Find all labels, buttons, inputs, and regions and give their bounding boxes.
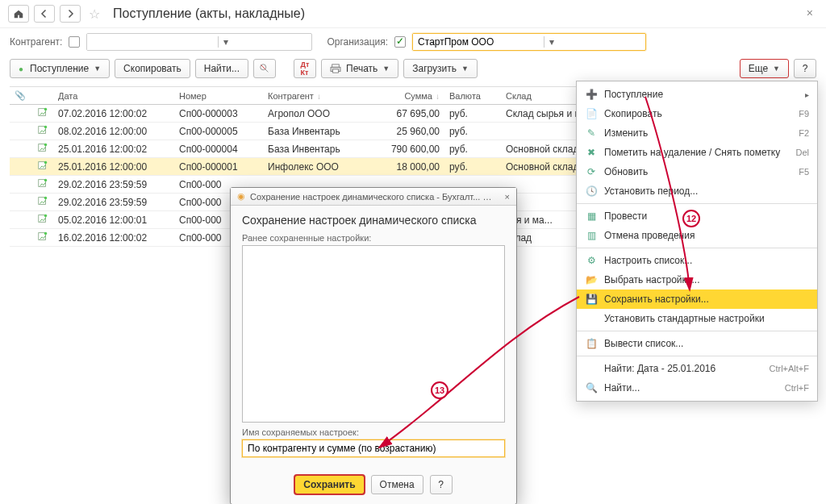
svg-rect-1 bbox=[332, 65, 340, 67]
settings-name-input[interactable] bbox=[242, 439, 505, 457]
find-button[interactable]: Найти... bbox=[195, 59, 248, 78]
menu-item[interactable]: 🕓Установить период... bbox=[577, 181, 817, 201]
save-button[interactable]: Сохранить bbox=[294, 475, 364, 494]
save-settings-dialog: ◉ Сохранение настроек динамического спис… bbox=[230, 187, 517, 504]
menu-item[interactable]: Установить стандартные настройки bbox=[577, 309, 817, 328]
cell-contractor: База Инвентарь bbox=[263, 126, 368, 137]
back-button[interactable] bbox=[34, 5, 55, 23]
menu-item-label: Установить период... bbox=[604, 185, 698, 197]
menu-item[interactable]: 📄СкопироватьF9 bbox=[577, 104, 817, 123]
cell-date: 29.02.2016 23:59:59 bbox=[53, 179, 174, 190]
menu-item-label: Выбрать настройки... bbox=[604, 274, 699, 285]
svg-point-17 bbox=[44, 215, 48, 218]
chevron-down-icon: ▼ bbox=[382, 65, 390, 73]
copy-icon: 📄 bbox=[585, 107, 598, 120]
refresh-icon: ⟳ bbox=[585, 165, 598, 178]
menu-item[interactable]: ⟳ОбновитьF5 bbox=[577, 162, 817, 181]
post-icon: ▦ bbox=[585, 210, 598, 223]
cell-contractor: Агропол ООО bbox=[263, 108, 368, 119]
menu-item-label: Провести bbox=[604, 210, 647, 222]
organization-dropdown-icon[interactable]: ▾ bbox=[544, 36, 558, 48]
menu-item-label: Найти... bbox=[604, 382, 640, 394]
cell-number: Сп00-000005 bbox=[174, 126, 263, 137]
home-button[interactable] bbox=[8, 5, 29, 23]
receipt-button[interactable]: Поступление ▼ bbox=[10, 59, 110, 78]
menu-item-label: Пометить на удаление / Снять пометку bbox=[604, 147, 780, 158]
hotkey: F5 bbox=[799, 167, 809, 177]
cell-date: 05.02.2016 12:00:01 bbox=[53, 215, 174, 226]
menu-item[interactable]: 📋Вывести список... bbox=[577, 334, 817, 353]
menu-item[interactable]: Найти: Дата - 25.01.2016Ctrl+Alt+F bbox=[577, 359, 817, 378]
saved-settings-list[interactable] bbox=[242, 245, 505, 423]
document-icon bbox=[37, 213, 48, 224]
copy-button[interactable]: Скопировать bbox=[115, 59, 190, 78]
hotkey: Ctrl+F bbox=[785, 383, 809, 393]
contractor-combo[interactable]: ▾ bbox=[86, 33, 312, 51]
cancel-button[interactable]: Отмена bbox=[371, 475, 423, 494]
app-icon: ◉ bbox=[237, 191, 245, 202]
menu-item[interactable]: ▦Провести bbox=[577, 206, 817, 226]
menu-item[interactable]: ⚙Настроить список... bbox=[577, 251, 817, 270]
menu-item-label: Сохранить настройки... bbox=[604, 294, 709, 305]
svg-point-19 bbox=[44, 232, 48, 235]
favorite-icon[interactable]: ☆ bbox=[89, 6, 100, 22]
contractor-input[interactable] bbox=[87, 34, 218, 50]
organization-input[interactable] bbox=[413, 34, 544, 50]
menu-item[interactable]: ✖Пометить на удаление / Снять пометкуDel bbox=[577, 143, 817, 162]
contractor-dropdown-icon[interactable]: ▾ bbox=[218, 36, 232, 48]
cell-sum: 67 695,00 bbox=[368, 108, 444, 119]
receipt-label: Поступление bbox=[30, 63, 89, 74]
print-button[interactable]: Печать ▼ bbox=[321, 59, 398, 78]
menu-item[interactable]: ▥Отмена проведения bbox=[577, 226, 817, 245]
svg-point-5 bbox=[44, 108, 48, 111]
save-icon: 💾 bbox=[585, 293, 598, 306]
period-icon: 🕓 bbox=[585, 185, 598, 198]
help-button[interactable]: ? bbox=[794, 59, 816, 78]
col-number[interactable]: Номер bbox=[174, 91, 263, 101]
svg-point-9 bbox=[44, 144, 48, 147]
forward-button[interactable] bbox=[60, 5, 81, 23]
organization-checkbox[interactable] bbox=[394, 36, 406, 48]
menu-item[interactable]: 💾Сохранить настройки... bbox=[577, 289, 817, 309]
cell-date: 29.02.2016 23:59:59 bbox=[53, 197, 174, 208]
dialog-close-button[interactable]: × bbox=[505, 192, 510, 202]
col-date[interactable]: Дата bbox=[53, 91, 174, 101]
clear-filter-button[interactable] bbox=[253, 59, 276, 78]
more-menu: ➕Поступление📄СкопироватьF9✎ИзменитьF2✖По… bbox=[576, 81, 818, 402]
organization-combo[interactable]: ▾ bbox=[412, 33, 646, 51]
menu-item-label: Изменить bbox=[604, 127, 648, 139]
unpost-icon: ▥ bbox=[585, 229, 598, 242]
contractor-label: Контрагент: bbox=[10, 36, 62, 48]
document-icon bbox=[37, 142, 48, 153]
cell-number: Сп00-000003 bbox=[174, 108, 263, 119]
attachment-icon: 📎 bbox=[15, 90, 26, 100]
hotkey: Del bbox=[795, 148, 809, 157]
close-button[interactable]: × bbox=[807, 6, 813, 19]
plus-icon: ➕ bbox=[585, 88, 598, 101]
contractor-checkbox[interactable] bbox=[69, 36, 80, 48]
menu-item-label: Скопировать bbox=[604, 108, 662, 119]
edit-icon: ✎ bbox=[585, 127, 598, 140]
chevron-down-icon: ▼ bbox=[773, 65, 780, 73]
chevron-down-icon: ▼ bbox=[461, 65, 469, 73]
col-sum[interactable]: Сумма↓ bbox=[368, 91, 444, 101]
saved-settings-label: Ранее сохраненные настройки: bbox=[242, 233, 505, 243]
blank-icon bbox=[585, 362, 598, 375]
menu-item[interactable]: 📂Выбрать настройки... bbox=[577, 270, 817, 289]
dialog-help-button[interactable]: ? bbox=[430, 475, 453, 494]
document-icon bbox=[37, 106, 48, 118]
more-button[interactable]: Еще ▼ bbox=[740, 59, 789, 78]
menu-item[interactable]: ➕Поступление bbox=[577, 85, 817, 104]
menu-item[interactable]: ✎ИзменитьF2 bbox=[577, 123, 817, 143]
menu-item[interactable]: 🔍Найти...Ctrl+F bbox=[577, 378, 817, 398]
organization-label: Организация: bbox=[327, 36, 388, 48]
document-icon bbox=[37, 231, 48, 242]
cell-number: Сп00-000004 bbox=[174, 144, 263, 155]
load-button[interactable]: Загрузить ▼ bbox=[403, 59, 478, 78]
col-contractor[interactable]: Контрагент↓ bbox=[263, 91, 368, 101]
col-currency[interactable]: Валюта bbox=[444, 91, 501, 101]
menu-item-label: Найти: Дата - 25.01.2016 bbox=[604, 363, 715, 374]
name-label: Имя сохраняемых настроек: bbox=[242, 427, 505, 437]
dt-kt-button[interactable]: ДтКт bbox=[294, 59, 316, 78]
document-icon bbox=[37, 177, 48, 189]
